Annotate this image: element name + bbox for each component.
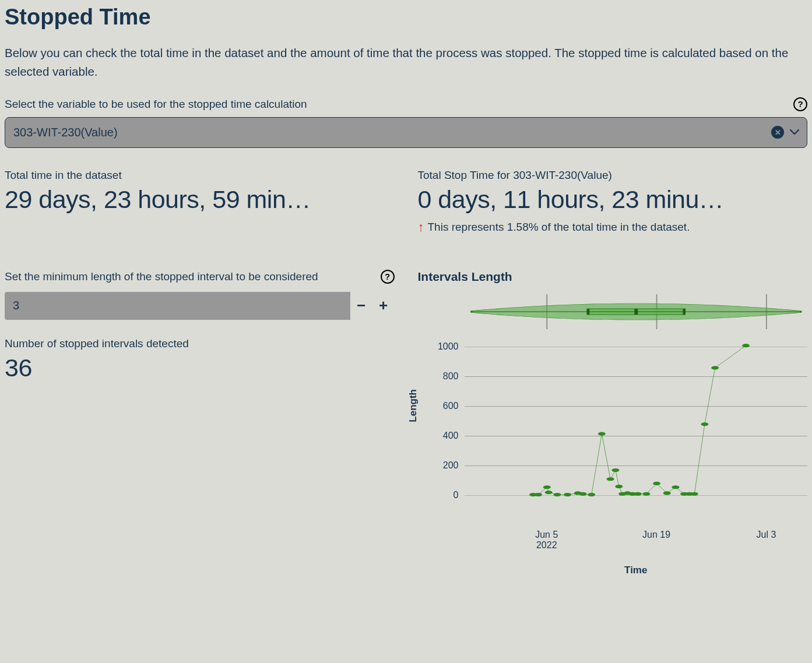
- x-tick: Jun 52022: [535, 530, 558, 551]
- total-time-value: 29 days, 23 hours, 59 min…: [5, 185, 395, 214]
- x-tick: Jul 3: [756, 530, 776, 540]
- y-tick: 800: [443, 371, 459, 382]
- y-tick: 200: [443, 460, 459, 471]
- stop-time-value: 0 days, 11 hours, 23 minu…: [418, 185, 808, 214]
- y-axis-label: Length: [407, 389, 419, 422]
- svg-point-15: [544, 491, 552, 494]
- increment-button[interactable]: +: [372, 292, 395, 320]
- stop-time-label: Total Stop Time for 303-WIT-230(Value): [418, 169, 808, 182]
- svg-point-30: [653, 481, 660, 485]
- y-tick: 0: [454, 490, 459, 500]
- x-axis-label: Time: [465, 565, 808, 576]
- x-tick: Jun 19: [642, 530, 670, 540]
- svg-point-36: [701, 422, 708, 426]
- svg-point-13: [535, 492, 542, 496]
- chart-heading: Intervals Length: [418, 270, 808, 284]
- intervals-count-value: 36: [5, 354, 395, 382]
- intervals-count-label: Number of stopped intervals detected: [5, 337, 395, 350]
- help-icon[interactable]: ?: [793, 97, 807, 111]
- svg-point-19: [579, 492, 586, 495]
- page-title: Stopped Time: [5, 5, 807, 30]
- y-tick: 600: [443, 401, 459, 411]
- svg-point-37: [711, 366, 719, 369]
- clear-icon[interactable]: ✕: [771, 126, 784, 139]
- svg-point-22: [606, 477, 614, 481]
- y-tick: 1000: [438, 341, 459, 352]
- chevron-down-icon[interactable]: [790, 128, 799, 137]
- intervals-chart: Length 02004006008001000 Jun 52022Jun 19…: [418, 294, 808, 576]
- variable-select-value: 303-WIT-230(Value): [13, 126, 118, 139]
- help-icon[interactable]: ?: [381, 270, 395, 284]
- violin-plot: [465, 294, 808, 329]
- svg-point-21: [597, 432, 605, 435]
- variable-select[interactable]: 303-WIT-230(Value): [5, 117, 807, 148]
- variable-select-label: Select the variable to be used for the s…: [5, 98, 307, 111]
- scatter-plot: [465, 340, 808, 503]
- min-length-label: Set the minimum length of the stopped in…: [5, 270, 318, 283]
- page-description: Below you can check the total time in th…: [5, 44, 807, 81]
- y-tick: 400: [443, 431, 459, 441]
- svg-point-24: [615, 484, 623, 488]
- svg-point-38: [742, 344, 750, 347]
- arrow-up-icon: ↑: [418, 220, 424, 235]
- total-time-label: Total time in the dataset: [5, 169, 395, 182]
- svg-point-17: [564, 492, 571, 496]
- svg-point-28: [634, 492, 641, 495]
- percent-text: This represents 1.58% of the total time …: [428, 221, 690, 234]
- min-length-input[interactable]: [5, 292, 350, 320]
- svg-point-32: [672, 485, 679, 489]
- decrement-button[interactable]: −: [350, 292, 372, 320]
- svg-point-14: [543, 485, 550, 489]
- svg-point-23: [611, 468, 619, 471]
- svg-point-29: [642, 492, 650, 495]
- svg-point-35: [690, 492, 698, 495]
- svg-point-16: [553, 492, 561, 496]
- svg-point-31: [663, 491, 670, 495]
- svg-point-20: [588, 492, 595, 496]
